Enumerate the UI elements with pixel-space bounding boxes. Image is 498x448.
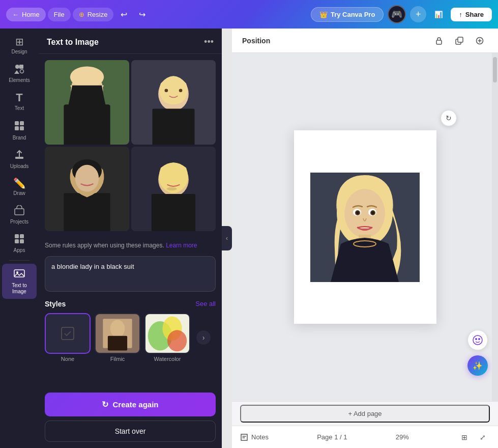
svg-rect-43 bbox=[108, 336, 127, 351]
draw-icon: ✏️ bbox=[13, 178, 26, 188]
prompt-area: a blondie lady in a black suit bbox=[39, 252, 222, 298]
svg-point-63 bbox=[371, 211, 374, 214]
undo-redo-group: ↩ ↪ bbox=[115, 6, 150, 22]
style-none[interactable]: None bbox=[45, 313, 91, 362]
avatar[interactable]: 🎮 bbox=[388, 5, 406, 23]
sidebar-item-text-to-image[interactable]: Text to Image bbox=[2, 264, 37, 299]
svg-point-62 bbox=[356, 211, 359, 214]
panel-title: Text to Image bbox=[47, 38, 99, 47]
svg-rect-5 bbox=[20, 121, 24, 125]
sidebar-item-brand[interactable]: Brand bbox=[2, 116, 37, 145]
fullscreen-button[interactable]: ⤢ bbox=[476, 430, 490, 444]
svg-point-20 bbox=[70, 66, 104, 88]
sidebar-item-uploads[interactable]: Uploads bbox=[2, 146, 37, 173]
svg-point-3 bbox=[20, 70, 24, 73]
action-buttons: ↻ Create again Start over bbox=[39, 386, 222, 448]
brand-icon bbox=[14, 120, 25, 133]
sidebar-item-apps[interactable]: Apps bbox=[2, 230, 37, 257]
styles-section: Styles See all None bbox=[39, 298, 222, 366]
duplicate-button[interactable] bbox=[451, 33, 467, 49]
svg-rect-35 bbox=[152, 194, 195, 231]
prompt-input[interactable]: a blondie lady in a black suit bbox=[45, 256, 216, 292]
style-filmic-thumb bbox=[95, 313, 140, 354]
svg-rect-9 bbox=[15, 209, 24, 215]
start-over-button[interactable]: Start over bbox=[45, 421, 216, 442]
rotate-handle[interactable]: ↻ bbox=[441, 110, 457, 126]
add-page-button[interactable]: + Add page bbox=[240, 405, 490, 423]
sidebar: ⊞ Design Elements T Text bbox=[0, 29, 39, 448]
page-info: Page 1 / 1 bbox=[317, 433, 347, 441]
svg-rect-21 bbox=[71, 102, 103, 104]
grid-view-button[interactable]: ⊞ bbox=[457, 430, 472, 444]
svg-rect-11 bbox=[20, 234, 24, 238]
svg-point-37 bbox=[167, 187, 177, 191]
svg-point-32 bbox=[75, 165, 99, 192]
svg-rect-1 bbox=[19, 65, 23, 69]
redo-button[interactable]: ↪ bbox=[134, 6, 150, 22]
styles-next-button[interactable]: › bbox=[194, 313, 211, 362]
sidebar-item-draw[interactable]: ✏️ Draw bbox=[2, 174, 37, 200]
see-all-button[interactable]: See all bbox=[195, 300, 216, 307]
resize-icon: ⊕ bbox=[79, 11, 84, 18]
styles-header: Styles See all bbox=[45, 300, 216, 308]
file-button[interactable]: File bbox=[48, 8, 71, 21]
svg-marker-2 bbox=[14, 70, 19, 74]
design-icon: ⊞ bbox=[15, 37, 24, 47]
add-element-button[interactable] bbox=[472, 33, 488, 49]
lock-button[interactable] bbox=[431, 33, 447, 49]
apps-icon bbox=[14, 234, 24, 245]
create-again-button[interactable]: ↻ Create again bbox=[45, 393, 216, 416]
share-icon: ↑ bbox=[459, 11, 462, 18]
header: ← Home File ⊕ Resize ↩ ↪ 👑 Try Canva Pro… bbox=[0, 0, 498, 29]
analytics-button[interactable]: 📊 bbox=[430, 6, 447, 22]
design-canvas[interactable]: ↻ bbox=[294, 130, 436, 324]
generated-image-4[interactable] bbox=[131, 147, 216, 231]
svg-point-0 bbox=[15, 65, 19, 69]
panel-menu-button[interactable]: ••• bbox=[204, 37, 214, 47]
add-collaborator-button[interactable]: + bbox=[410, 6, 426, 22]
notes-button[interactable]: Notes bbox=[240, 433, 269, 441]
generated-image-1[interactable] bbox=[45, 60, 129, 145]
generated-image-2[interactable] bbox=[131, 60, 216, 145]
canvas-area: Position bbox=[232, 29, 498, 448]
main-layout: ⊞ Design Elements T Text bbox=[0, 29, 498, 448]
undo-button[interactable]: ↩ bbox=[115, 6, 132, 22]
panel-header: Text to Image ••• bbox=[39, 29, 222, 54]
canvas-toolbar-actions bbox=[431, 33, 488, 49]
sidebar-item-design[interactable]: ⊞ Design bbox=[2, 33, 37, 59]
svg-rect-12 bbox=[15, 239, 19, 243]
svg-rect-50 bbox=[458, 37, 463, 42]
canvas-main-image[interactable] bbox=[310, 173, 420, 282]
sidebar-item-text[interactable]: T Text bbox=[2, 88, 37, 115]
home-button[interactable]: ← Home bbox=[6, 8, 46, 21]
panel-collapse-button[interactable]: ‹ bbox=[222, 226, 232, 250]
magic-button[interactable]: ✨ bbox=[467, 355, 488, 376]
scroll-thumb bbox=[493, 57, 497, 82]
text-icon: T bbox=[16, 92, 22, 103]
try-pro-button[interactable]: 👑 Try Canva Pro bbox=[311, 7, 384, 22]
sidebar-item-elements[interactable]: Elements bbox=[2, 60, 37, 87]
style-none-thumb bbox=[45, 313, 91, 354]
assistant-bubble[interactable] bbox=[467, 330, 488, 350]
header-right: 👑 Try Canva Pro 🎮 + 📊 ↑ Share bbox=[311, 5, 492, 23]
svg-rect-10 bbox=[15, 234, 19, 238]
sidebar-item-projects[interactable]: Projects bbox=[2, 201, 37, 229]
svg-rect-38 bbox=[57, 323, 78, 344]
style-watercolor[interactable]: Watercolor bbox=[144, 313, 190, 362]
generated-image-3[interactable] bbox=[45, 147, 129, 231]
svg-rect-6 bbox=[15, 126, 19, 130]
svg-rect-30 bbox=[64, 193, 110, 231]
svg-rect-8 bbox=[15, 157, 23, 159]
styles-container: None Filmic bbox=[45, 313, 216, 362]
crown-icon: 👑 bbox=[319, 11, 328, 18]
scroll-bar[interactable] bbox=[492, 53, 498, 401]
learn-more-link[interactable]: Learn more bbox=[166, 242, 197, 249]
svg-rect-13 bbox=[20, 239, 24, 243]
canvas-toolbar: Position bbox=[232, 29, 498, 53]
text-to-image-panel: Text to Image ••• bbox=[39, 29, 222, 448]
resize-button[interactable]: ⊕ Resize bbox=[73, 8, 114, 21]
style-filmic[interactable]: Filmic bbox=[95, 313, 140, 362]
svg-point-26 bbox=[165, 89, 168, 92]
bar-chart-icon: 📊 bbox=[434, 11, 443, 18]
share-button[interactable]: ↑ Share bbox=[451, 8, 492, 21]
